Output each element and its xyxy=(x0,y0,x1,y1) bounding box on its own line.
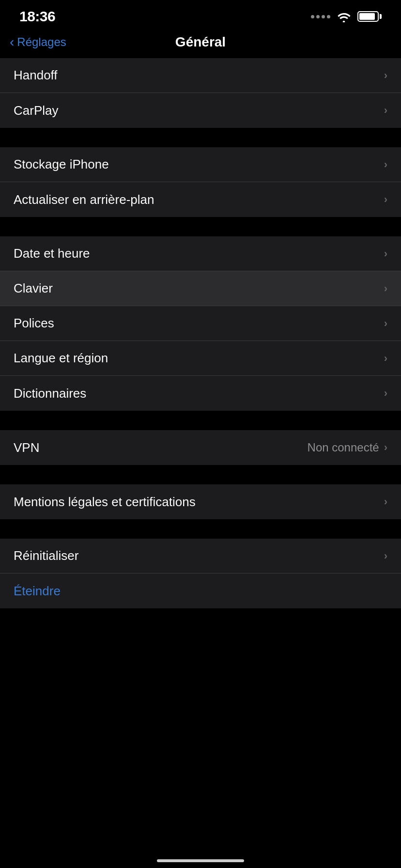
chevron-right-icon: › xyxy=(384,104,387,117)
chevron-right-icon: › xyxy=(384,193,387,206)
wifi-icon xyxy=(336,11,352,22)
handoff-row[interactable]: Handoff › xyxy=(0,58,401,93)
carplay-label: CarPlay xyxy=(14,103,58,118)
status-bar: 18:36 xyxy=(0,0,401,29)
dictionaries-right: › xyxy=(384,387,387,400)
bottom-spacer xyxy=(0,608,401,666)
date-time-row[interactable]: Date et heure › xyxy=(0,236,401,271)
keyboard-right: › xyxy=(384,282,387,295)
chevron-right-icon: › xyxy=(384,441,387,454)
dictionaries-label: Dictionnaires xyxy=(14,386,86,401)
shutdown-row[interactable]: Éteindre xyxy=(0,574,401,608)
reset-right: › xyxy=(384,550,387,562)
dictionaries-row[interactable]: Dictionnaires › xyxy=(0,376,401,411)
fonts-row[interactable]: Polices › xyxy=(0,306,401,341)
separator-2 xyxy=(0,217,401,236)
chevron-right-icon: › xyxy=(384,282,387,295)
section-handoff-carplay: Handoff › CarPlay › xyxy=(0,58,401,128)
section-legal: Mentions légales et certifications › xyxy=(0,484,401,519)
status-icons xyxy=(311,11,382,22)
iphone-storage-label: Stockage iPhone xyxy=(14,157,109,172)
separator-3 xyxy=(0,411,401,430)
section-reset-shutdown: Réinitialiser › Éteindre xyxy=(0,539,401,608)
vpn-label: VPN xyxy=(14,440,39,455)
iphone-storage-right: › xyxy=(384,158,387,171)
carplay-row[interactable]: CarPlay › xyxy=(0,93,401,128)
reset-label: Réinitialiser xyxy=(14,548,78,563)
battery-icon xyxy=(357,11,382,22)
iphone-storage-row[interactable]: Stockage iPhone › xyxy=(0,147,401,182)
reset-row[interactable]: Réinitialiser › xyxy=(0,539,401,574)
shutdown-label: Éteindre xyxy=(14,584,61,599)
section-vpn: VPN Non connecté › xyxy=(0,430,401,465)
legal-right: › xyxy=(384,496,387,508)
language-region-row[interactable]: Langue et région › xyxy=(0,341,401,376)
chevron-right-icon: › xyxy=(384,352,387,365)
legal-row[interactable]: Mentions légales et certifications › xyxy=(0,484,401,519)
vpn-row[interactable]: VPN Non connecté › xyxy=(0,430,401,465)
legal-label: Mentions légales et certifications xyxy=(14,495,196,510)
fonts-label: Polices xyxy=(14,316,54,331)
language-region-label: Langue et région xyxy=(14,351,108,366)
chevron-right-icon: › xyxy=(384,248,387,260)
separator-5 xyxy=(0,519,401,539)
chevron-right-icon: › xyxy=(384,69,387,82)
language-region-right: › xyxy=(384,352,387,365)
section-storage-refresh: Stockage iPhone › Actualiser en arrière-… xyxy=(0,147,401,217)
handoff-right: › xyxy=(384,69,387,82)
date-time-right: › xyxy=(384,248,387,260)
chevron-right-icon: › xyxy=(384,317,387,330)
keyboard-row[interactable]: Clavier › xyxy=(0,271,401,306)
section-language-settings: Date et heure › Clavier › Polices › Lang… xyxy=(0,236,401,411)
background-refresh-right: › xyxy=(384,193,387,206)
back-label: Réglages xyxy=(17,35,66,49)
vpn-right: Non connecté › xyxy=(308,441,387,454)
chevron-right-icon: › xyxy=(384,496,387,508)
handoff-label: Handoff xyxy=(14,68,58,83)
separator-4 xyxy=(0,465,401,484)
carplay-right: › xyxy=(384,104,387,117)
vpn-value: Non connecté xyxy=(308,441,379,454)
chevron-right-icon: › xyxy=(384,387,387,400)
home-indicator xyxy=(157,859,244,862)
background-refresh-label: Actualiser en arrière-plan xyxy=(14,192,154,207)
back-button[interactable]: ‹ Réglages xyxy=(10,35,66,49)
chevron-right-icon: › xyxy=(384,550,387,562)
chevron-right-icon: › xyxy=(384,158,387,171)
date-time-label: Date et heure xyxy=(14,246,90,261)
fonts-right: › xyxy=(384,317,387,330)
status-time: 18:36 xyxy=(19,8,55,25)
nav-bar: ‹ Réglages Général xyxy=(0,29,401,58)
signal-icon xyxy=(311,15,330,18)
back-chevron-icon: ‹ xyxy=(10,35,14,49)
background-refresh-row[interactable]: Actualiser en arrière-plan › xyxy=(0,182,401,217)
separator-1 xyxy=(0,128,401,147)
page-title: Général xyxy=(175,34,226,50)
keyboard-label: Clavier xyxy=(14,281,53,296)
